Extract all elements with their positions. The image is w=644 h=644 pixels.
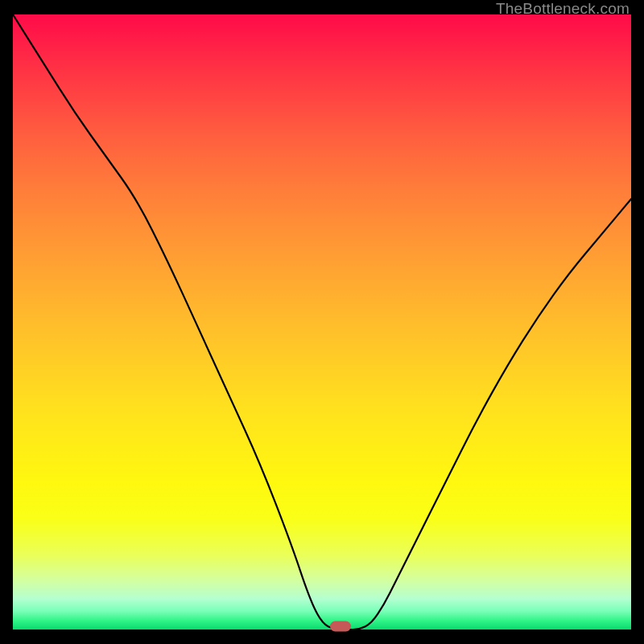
optimal-point-marker [330, 621, 351, 632]
chart-container: TheBottleneck.com [0, 0, 644, 644]
plot-area [13, 14, 631, 630]
bottleneck-curve [13, 14, 631, 630]
